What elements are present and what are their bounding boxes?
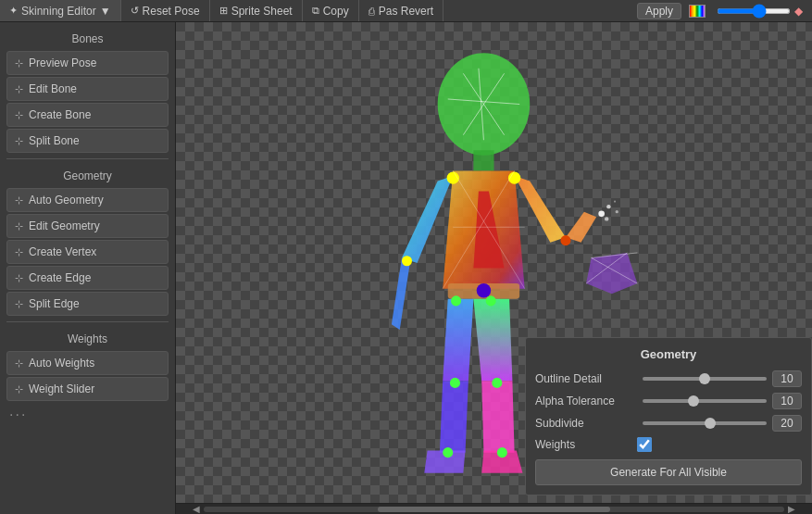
svg-point-13 [598,211,605,218]
menu-icon: ✦ [9,5,18,17]
split-bone-button[interactable]: ⊹ Split Bone [6,129,169,153]
edit-geometry-icon: ⊹ [15,220,23,232]
subdivide-slider[interactable] [643,421,767,425]
divider-1 [6,158,169,159]
auto-geometry-label: Auto Geometry [29,194,104,207]
weights-checkbox-row: Weights [535,437,802,452]
auto-weights-label: Auto Weights [29,357,94,370]
weight-slider-icon: ⊹ [15,383,23,395]
split-bone-icon: ⊹ [15,135,23,147]
split-bone-label: Split Bone [29,134,80,147]
create-vertex-icon: ⊹ [15,246,23,258]
svg-marker-12 [566,212,596,243]
auto-weights-button[interactable]: ⊹ Auto Weights [6,351,169,375]
preview-pose-label: Preview Pose [29,56,96,69]
top-slider[interactable] [717,8,791,14]
svg-point-32 [443,447,453,458]
split-edge-label: Split Edge [29,297,80,310]
geometry-panel-title: Geometry [535,347,802,361]
reset-pose-button[interactable]: ↺ Reset Pose [121,0,210,21]
create-bone-button[interactable]: ⊹ Create Bone [6,103,169,127]
main-area: Bones ⊹ Preview Pose ⊹ Edit Bone ⊹ Creat… [0,22,812,514]
split-edge-button[interactable]: ⊹ Split Edge [6,292,169,316]
edit-geometry-label: Edit Geometry [29,219,100,232]
geometry-panel: Geometry Outline Detail Alpha Tolerance … [525,337,812,495]
sprite-sheet-label: Sprite Sheet [231,5,293,18]
canvas-viewport: Geometry Outline Detail Alpha Tolerance … [176,22,812,514]
outline-detail-slider[interactable] [643,377,767,381]
scroll-track[interactable] [204,507,784,512]
auto-geometry-button[interactable]: ⊹ Auto Geometry [6,188,169,212]
svg-marker-7 [402,176,453,263]
left-panel: Bones ⊹ Preview Pose ⊹ Edit Bone ⊹ Creat… [0,22,176,514]
alpha-tolerance-row: Alpha Tolerance [535,393,802,409]
split-edge-icon: ⊹ [15,298,23,310]
top-bar-right: Apply ◆ [637,3,812,19]
create-edge-button[interactable]: ⊹ Create Edge [6,266,169,290]
svg-point-26 [477,283,491,297]
weights-checkbox-label: Weights [535,438,637,451]
svg-marker-34 [481,381,514,452]
alpha-tolerance-slider[interactable] [643,399,767,403]
bottom-dots: ··· [0,403,175,427]
copy-button[interactable]: ⧉ Copy [303,0,359,21]
edit-bone-label: Edit Bone [29,82,77,95]
create-vertex-button[interactable]: ⊹ Create Vertex [6,240,169,264]
edit-bone-button[interactable]: ⊹ Edit Bone [6,77,169,101]
outline-detail-value[interactable] [772,370,802,387]
svg-point-19 [560,235,570,245]
reset-pose-label: Reset Pose [143,5,200,18]
svg-point-14 [606,205,610,208]
generate-all-visible-button[interactable]: Generate For All Visible [535,459,802,485]
svg-point-36 [486,295,496,306]
weight-slider-button[interactable]: ⊹ Weight Slider [6,377,169,401]
subdivide-label: Subdivide [535,417,637,430]
preview-pose-icon: ⊹ [15,57,23,69]
apply-button[interactable]: Apply [637,3,681,19]
auto-geometry-icon: ⊹ [15,194,23,207]
svg-point-15 [605,217,608,220]
alpha-tolerance-value[interactable] [772,393,802,409]
scroll-thumb[interactable] [378,507,610,512]
svg-point-31 [450,378,460,388]
paste-revert-label: Pas Revert [379,5,433,18]
auto-weights-icon: ⊹ [15,357,23,370]
preview-pose-button[interactable]: ⊹ Preview Pose [6,51,169,75]
color-swatch[interactable] [689,5,706,18]
svg-marker-8 [392,257,410,329]
subdivide-row: Subdivide [535,415,802,432]
svg-point-38 [497,447,507,458]
edit-bone-icon: ⊹ [15,83,23,95]
divider-2 [6,321,169,322]
weights-checkbox[interactable] [637,437,652,452]
create-edge-icon: ⊹ [15,272,23,284]
paste-revert-button[interactable]: ⎙ Pas Revert [359,0,443,21]
bones-section-header: Bones [0,28,175,49]
scroll-left-arrow[interactable]: ◀ [189,504,204,514]
top-slider-control: ◆ [713,5,803,18]
subdivide-value[interactable] [772,415,802,432]
dropdown-arrow-icon: ▼ [100,5,111,18]
canvas-area[interactable]: Geometry Outline Detail Alpha Tolerance … [176,22,812,514]
geometry-section-header: Geometry [0,165,175,186]
sprite-sheet-button[interactable]: ⊞ Sprite Sheet [210,0,303,21]
create-bone-label: Create Bone [29,108,91,121]
outline-detail-row: Outline Detail [535,370,802,387]
weight-slider-label: Weight Slider [29,382,94,395]
edit-geometry-button[interactable]: ⊹ Edit Geometry [6,214,169,238]
skinning-editor-menu[interactable]: ✦ Skinning Editor ▼ [0,0,121,21]
reset-icon: ↺ [131,5,139,17]
create-bone-icon: ⊹ [15,109,23,121]
copy-icon: ⧉ [312,5,319,17]
svg-point-10 [402,256,412,266]
top-bar: ✦ Skinning Editor ▼ ↺ Reset Pose ⊞ Sprit… [0,0,812,22]
create-edge-label: Create Edge [29,271,91,284]
svg-point-37 [492,378,502,388]
paste-icon: ⎙ [369,6,375,17]
sprite-sheet-icon: ⊞ [219,5,228,17]
copy-label: Copy [323,5,349,18]
scroll-right-arrow[interactable]: ▶ [784,504,799,514]
outline-detail-label: Outline Detail [535,372,637,385]
weights-section-header: Weights [0,328,175,349]
svg-marker-28 [440,381,468,452]
